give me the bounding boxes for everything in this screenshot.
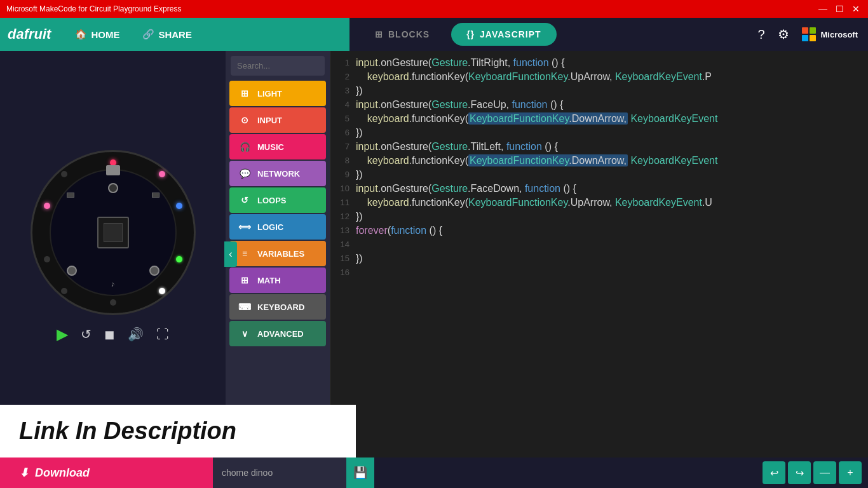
app-title: Microsoft MakeCode for Circuit Playgroun… <box>6 4 181 13</box>
usb-connector <box>106 165 120 175</box>
js-icon: {} <box>466 29 475 39</box>
brand-logo: dafruit <box>8 26 51 43</box>
simulator-section: ♪ ▶ ↺ ◼ 🔊 ⛶ XPLORER › ‹ <box>0 51 226 458</box>
nav-tabs-row: dafruit 🏠 HOME 🔗 SHARE ⊞ BLOCKS {} JAVAS… <box>0 18 868 51</box>
keyboard-icon: ⌨ <box>238 301 251 313</box>
tab-blocks[interactable]: ⊞ BLOCKS <box>360 23 445 46</box>
project-name-input[interactable] <box>213 458 346 488</box>
home-button[interactable]: 🏠 HOME <box>64 24 131 45</box>
code-line-14: 14 <box>330 238 868 252</box>
circuit-board: ♪ <box>31 150 196 315</box>
block-loops[interactable]: ↺ LOOPS <box>229 187 326 213</box>
component-2 <box>67 193 74 198</box>
block-advanced[interactable]: ∨ ADVANCED <box>229 321 326 346</box>
code-line-13: 13 forever(function () { <box>330 224 868 238</box>
code-line-15: 15 }) <box>330 252 868 266</box>
search-input[interactable] <box>237 61 330 71</box>
block-light[interactable]: ⊞ LIGHT <box>229 81 326 106</box>
collapse-button[interactable]: ‹ <box>224 241 237 267</box>
microsoft-text: Microsoft <box>821 30 858 39</box>
led-bottom-right <box>159 288 165 294</box>
zoom-out-icon: — <box>820 467 830 478</box>
ms-grid-icon <box>802 27 816 41</box>
cpu-core <box>104 223 123 242</box>
code-line-16: 16 <box>330 266 868 280</box>
tab-right-icons: ? ⚙ Microsoft <box>757 27 858 42</box>
code-line-8: 8 keyboard.functionKey(KeyboardFunctionK… <box>330 154 868 168</box>
settings-icon[interactable]: ⚙ <box>778 27 789 42</box>
zoom-in-icon: + <box>847 467 853 478</box>
component-1 <box>152 193 159 198</box>
window-controls: — ☐ ✕ <box>817 4 862 14</box>
code-line-1: 1 input.onGesture(Gesture.TiltRight, fun… <box>330 56 868 70</box>
stop-button[interactable]: ◼ <box>104 327 115 342</box>
light-icon: ⊞ <box>238 87 251 100</box>
cpu-chip <box>97 217 129 248</box>
content-area: ♪ ▶ ↺ ◼ 🔊 ⛶ XPLORER › ‹ 🔍 <box>0 51 868 458</box>
search-bar: 🔍 <box>231 56 325 76</box>
led-right-bottom <box>176 256 182 262</box>
block-keyboard[interactable]: ⌨ KEYBOARD <box>229 294 326 320</box>
block-math[interactable]: ⊞ MATH <box>229 268 326 293</box>
bottom-right-buttons: ↩ ↪ — + <box>763 461 868 484</box>
logic-icon: ⟺ <box>238 220 251 233</box>
button-b[interactable] <box>149 266 159 276</box>
fullscreen-button[interactable]: ⛶ <box>156 327 169 342</box>
zoom-out-button[interactable]: — <box>813 461 836 484</box>
code-line-11: 11 keyboard.functionKey(KeyboardFunction… <box>330 196 868 210</box>
block-network[interactable]: 💬 NETWORK <box>229 161 326 186</box>
volume-button[interactable]: 🔊 <box>128 327 144 342</box>
share-button[interactable]: 🔗 SHARE <box>131 24 203 45</box>
tab-javascript[interactable]: {} JAVASCRIPT <box>451 23 557 46</box>
overlay-banner: Link In Description <box>0 405 356 458</box>
code-line-2: 2 keyboard.functionKey(KeyboardFunctionK… <box>330 70 868 84</box>
code-editor[interactable]: 1 input.onGesture(Gesture.TiltRight, fun… <box>330 51 868 458</box>
blocks-panel: 🔍 ⊞ LIGHT ⊙ INPUT 🎧 MUSIC 💬 NETWORK ↺ LO… <box>226 51 330 458</box>
block-logic[interactable]: ⟺ LOGIC <box>229 214 326 240</box>
loops-icon: ↺ <box>238 194 251 207</box>
advanced-icon: ∨ <box>238 327 251 340</box>
share-icon: 🔗 <box>142 29 154 40</box>
download-button[interactable]: ⬇ Download <box>0 458 213 488</box>
nav-left: dafruit 🏠 HOME 🔗 SHARE <box>0 18 349 51</box>
variables-icon: ≡ <box>238 247 251 260</box>
block-input[interactable]: ⊙ INPUT <box>229 107 326 133</box>
bottom-bar: ⬇ Download 💾 ↩ ↪ — + <box>0 458 868 488</box>
block-variables[interactable]: ≡ VARIABLES <box>229 241 326 266</box>
maximize-btn[interactable]: ☐ <box>834 4 845 14</box>
button-a[interactable] <box>67 266 77 276</box>
music-icon: 🎧 <box>238 140 251 153</box>
help-icon[interactable]: ? <box>757 27 764 42</box>
led-left-bottom <box>44 256 50 262</box>
code-line-12: 12 }) <box>330 210 868 224</box>
refresh-button[interactable]: ↺ <box>81 327 92 342</box>
title-bar: Microsoft MakeCode for Circuit Playgroun… <box>0 0 868 18</box>
code-line-4: 4 input.onGesture(Gesture.FaceUp, functi… <box>330 98 868 112</box>
code-line-6: 6 }) <box>330 126 868 140</box>
code-line-9: 9 }) <box>330 168 868 182</box>
save-button[interactable]: 💾 <box>346 458 374 488</box>
light-sensor <box>108 183 118 193</box>
led-top-right <box>159 171 165 177</box>
home-icon: 🏠 <box>75 29 87 40</box>
block-music[interactable]: 🎧 MUSIC <box>229 134 326 159</box>
board-inner: ♪ <box>50 169 177 296</box>
zoom-in-button[interactable]: + <box>839 461 862 484</box>
led-right-top <box>176 203 182 209</box>
play-button[interactable]: ▶ <box>57 325 68 343</box>
board-container: ♪ ▶ ↺ ◼ 🔊 ⛶ <box>0 51 226 430</box>
math-icon: ⊞ <box>238 274 251 287</box>
code-line-10: 10 input.onGesture(Gesture.FaceDown, fun… <box>330 182 868 196</box>
led-left-top <box>44 203 50 209</box>
microsoft-logo: Microsoft <box>802 27 858 41</box>
led-top-left <box>61 171 67 177</box>
code-line-7: 7 input.onGesture(Gesture.TiltLeft, func… <box>330 140 868 154</box>
tab-bar: ⊞ BLOCKS {} JAVASCRIPT ? ⚙ Microsoft <box>349 18 868 51</box>
minimize-btn[interactable]: — <box>817 4 829 14</box>
code-line-3: 3 }) <box>330 84 868 98</box>
blocks-icon: ⊞ <box>375 29 383 39</box>
close-btn[interactable]: ✕ <box>850 4 862 14</box>
redo-button[interactable]: ↪ <box>788 461 811 484</box>
led-bottom <box>110 299 116 306</box>
undo-button[interactable]: ↩ <box>763 461 785 484</box>
